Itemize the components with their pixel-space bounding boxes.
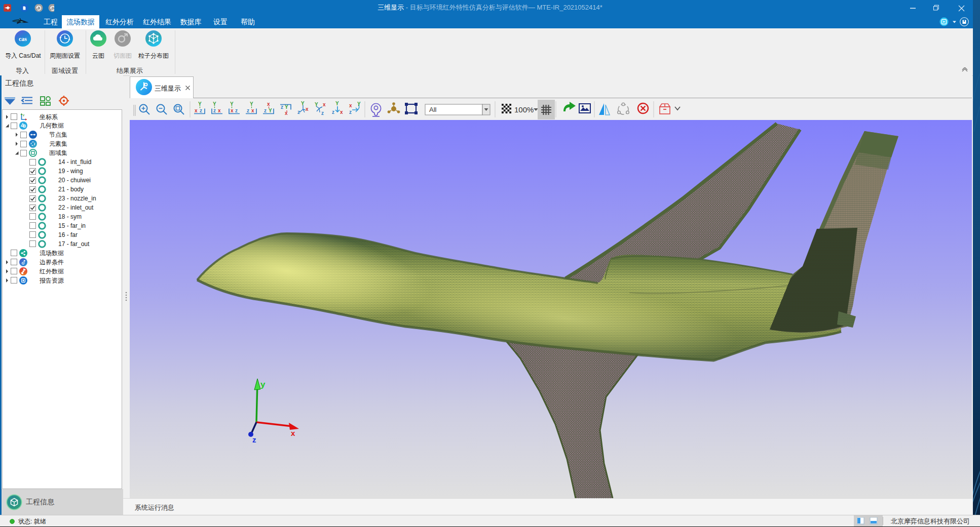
svg-text:100%: 100% [514, 105, 534, 114]
svg-text:x: x [195, 108, 198, 113]
svg-text:Y: Y [198, 101, 202, 107]
svg-text:z: z [235, 108, 238, 113]
svg-text:x: x [267, 101, 270, 107]
svg-text:y: y [260, 380, 266, 389]
svg-text:z: z [200, 108, 202, 113]
svg-text:Y: Y [230, 101, 234, 107]
svg-text:z: z [321, 110, 324, 116]
svg-text:Y: Y [250, 101, 253, 107]
svg-text:z: z [213, 108, 216, 113]
svg-text:Y: Y [213, 101, 216, 107]
svg-text:Y: Y [23, 114, 25, 117]
svg-text:x: x [231, 108, 234, 113]
svg-text:Y: Y [269, 108, 272, 113]
svg-text:x: x [291, 429, 295, 437]
svg-text:x: x [323, 102, 326, 107]
svg-text:All: All [429, 106, 437, 113]
svg-text:Y: Y [285, 104, 288, 110]
svg-text:x: x [306, 106, 309, 112]
svg-text:x: x [349, 103, 352, 108]
svg-text:z: z [252, 435, 256, 444]
svg-text:Y: Y [357, 101, 361, 107]
svg-text:Y: Y [335, 101, 339, 106]
svg-text:z: z [332, 109, 334, 115]
svg-text:x: x [251, 108, 254, 113]
svg-text:x: x [340, 109, 343, 115]
svg-text:z: z [349, 109, 352, 115]
svg-text:x: x [285, 110, 288, 116]
svg-text:z: z [281, 104, 283, 110]
svg-text:cas: cas [19, 35, 27, 43]
svg-text:x: x [218, 108, 221, 113]
svg-text:Y: Y [315, 102, 318, 107]
svg-text:z: z [247, 108, 249, 113]
svg-text:z: z [264, 108, 267, 113]
svg-text:Y: Y [301, 101, 305, 106]
